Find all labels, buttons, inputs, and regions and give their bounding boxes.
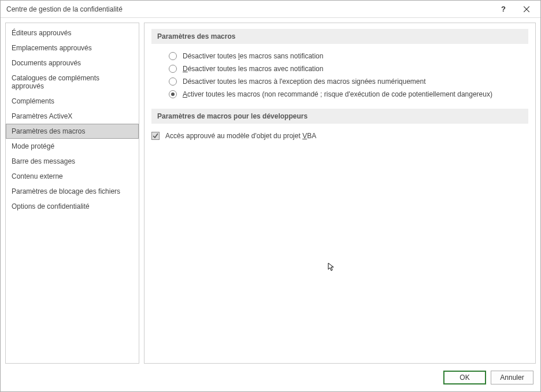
macros-radio-group: Désactiver toutes les macros sans notifi… bbox=[151, 50, 528, 109]
macros-section-header: Paramètres des macros bbox=[151, 29, 528, 44]
sidebar-item[interactable]: Options de confidentialité bbox=[6, 199, 139, 214]
macro-option-row[interactable]: Désactiver toutes les macros sans notifi… bbox=[169, 50, 528, 62]
close-icon bbox=[524, 6, 529, 12]
macro-option-label: Désactiver toutes les macros sans notifi… bbox=[183, 52, 323, 60]
radio-icon bbox=[169, 90, 177, 98]
sidebar-item[interactable]: Éditeurs approuvés bbox=[6, 25, 139, 40]
sidebar-item[interactable]: Compléments bbox=[6, 94, 139, 109]
sidebar-item[interactable]: Paramètres ActiveX bbox=[6, 109, 139, 124]
macro-option-row[interactable]: Désactiver toutes les macros à l'excepti… bbox=[169, 75, 528, 88]
dialog-footer: OK Annuler bbox=[1, 368, 540, 391]
radio-icon bbox=[169, 77, 177, 86]
sidebar-item[interactable]: Barre des messages bbox=[6, 154, 139, 169]
sidebar-item[interactable]: Emplacements approuvés bbox=[6, 40, 139, 56]
checkbox-icon bbox=[151, 132, 160, 140]
titlebar: Centre de gestion de la confidentialité … bbox=[1, 1, 540, 18]
sidebar-item[interactable]: Mode protégé bbox=[6, 139, 139, 154]
radio-icon bbox=[169, 65, 177, 73]
help-button[interactable]: ? bbox=[492, 1, 515, 17]
sidebar-item[interactable]: Paramètres des macros bbox=[6, 124, 139, 139]
sidebar-item[interactable]: Documents approuvés bbox=[6, 56, 139, 71]
dev-section-header: Paramètres de macros pour les développeu… bbox=[151, 109, 528, 124]
content-panel: Paramètres des macros Désactiver toutes … bbox=[144, 23, 536, 364]
vba-access-label: Accès approuvé au modèle d'objet du proj… bbox=[165, 132, 316, 140]
sidebar-item[interactable]: Catalogues de compléments approuvés bbox=[6, 71, 139, 94]
cancel-button[interactable]: Annuler bbox=[491, 371, 533, 384]
ok-button[interactable]: OK bbox=[443, 371, 486, 384]
close-button[interactable] bbox=[515, 1, 538, 17]
macro-option-row[interactable]: Activer toutes les macros (non recommand… bbox=[169, 88, 528, 101]
macro-option-label: Activer toutes les macros (non recommand… bbox=[183, 90, 492, 98]
sidebar-item[interactable]: Paramètres de blocage des fichiers bbox=[6, 184, 139, 199]
macro-option-label: Désactiver toutes les macros avec notifi… bbox=[183, 65, 323, 73]
dialog-title: Centre de gestion de la confidentialité bbox=[6, 5, 492, 13]
sidebar-item[interactable]: Contenu externe bbox=[6, 169, 139, 184]
mouse-cursor bbox=[328, 262, 337, 274]
vba-access-checkbox-row[interactable]: Accès approuvé au modèle d'objet du proj… bbox=[151, 130, 528, 142]
macro-option-row[interactable]: Désactiver toutes les macros avec notifi… bbox=[169, 62, 528, 75]
macro-option-label: Désactiver toutes les macros à l'excepti… bbox=[183, 77, 426, 86]
radio-icon bbox=[169, 52, 177, 60]
sidebar: Éditeurs approuvésEmplacements approuvés… bbox=[5, 23, 139, 364]
